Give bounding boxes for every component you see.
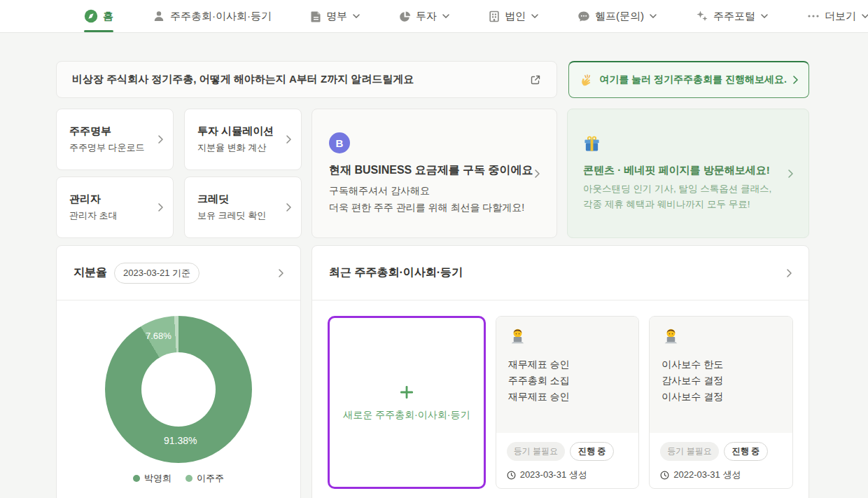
- pie-chart-icon: [399, 11, 411, 22]
- chevron-right-icon: [286, 203, 291, 212]
- announcement-text: 비상장 주식회사 정기주총, 어떻게 해야하는지 A부터 Z까지 알려드릴게요: [72, 73, 530, 86]
- equity-donut-chart: 7.68% 91.38%: [105, 316, 252, 463]
- nav-item-home[interactable]: 홈: [84, 0, 113, 32]
- annual-meeting-cta-banner[interactable]: 여기를 눌러 정기주주총회를 진행해보세요.: [568, 61, 809, 98]
- nav-label: 홈: [103, 10, 113, 23]
- created-date: 2023-03-31 생성: [520, 469, 587, 481]
- meeting-card-1[interactable]: 재무제표 승인 주주총회 소집 재무제표 승인 등기 불필요 진행 중: [496, 316, 640, 489]
- chevron-down-icon: [650, 14, 657, 18]
- external-link-icon: [530, 74, 541, 85]
- technologist-emoji-icon: [662, 327, 680, 346]
- meeting-card-2[interactable]: 이사보수 한도 감사보수 결정 이사보수 결정 등기 불필요 진행 중: [649, 316, 793, 489]
- new-meeting-label: 새로운 주주총회·이사회·등기: [343, 409, 470, 422]
- main-content: 비상장 주식회사 정기주총, 어떻게 해야하는지 A부터 Z까지 알려드릴게요 …: [56, 61, 809, 498]
- equity-ratio-header[interactable]: 지분율 2023-03-21 기준: [57, 246, 300, 300]
- document-icon: [311, 11, 321, 22]
- chevron-down-icon: [442, 14, 449, 18]
- donut-legend: 박영희 이주주: [57, 472, 300, 485]
- home-compass-icon: [84, 9, 98, 23]
- chevron-right-icon: [793, 76, 798, 84]
- nav-label: 주주총회·이사회·등기: [170, 10, 272, 23]
- meeting-card-bottom: 등기 불필요 진행 중 2023-03-31 생성: [496, 433, 639, 481]
- recent-meetings-header[interactable]: 최근 주주총회·이사회·등기: [312, 246, 808, 300]
- registration-badge: 등기 불필요: [660, 442, 718, 461]
- sparkles-icon: [696, 10, 708, 22]
- agenda-item: 감사보수 결정: [662, 373, 780, 389]
- chevron-down-icon: [353, 14, 360, 18]
- subscription-line1: 구독해주셔서 감사해요: [329, 184, 535, 198]
- meeting-card-top: 이사보수 한도 감사보수 결정 이사보수 결정: [650, 317, 792, 433]
- quick-card-title: 관리자: [69, 193, 158, 206]
- status-badge: 진행 중: [570, 442, 614, 461]
- nav-label: 헬프(문의): [595, 10, 644, 23]
- nav-label: 명부: [326, 10, 347, 23]
- agenda-item: 재무제표 승인: [508, 389, 627, 405]
- quick-card-admin[interactable]: 관리자 관리자 초대: [56, 177, 174, 238]
- chevron-down-icon: [531, 14, 538, 18]
- content-benefit-card[interactable]: 콘텐츠 · 베네핏 페이지를 방문해보세요! 아웃스탠딩 인기 기사, 탈잉 스…: [567, 109, 809, 238]
- agenda-item: 주주총회 소집: [508, 373, 627, 389]
- chat-bubble-icon: [578, 11, 590, 22]
- new-meeting-card[interactable]: 새로운 주주총회·이사회·등기: [328, 316, 486, 489]
- legend-dot: [186, 475, 192, 482]
- created-date: 2022-03-31 생성: [673, 469, 741, 481]
- legend-dot: [133, 475, 140, 482]
- benefit-line1: 아웃스탠딩 인기 기사, 탈잉 스톡옵션 클래스,: [583, 182, 788, 196]
- nav-label: 더보기: [825, 10, 856, 23]
- nav-item-invest[interactable]: 투자: [399, 0, 449, 32]
- chevron-right-icon: [279, 269, 284, 277]
- legend-item-leejuju: 이주주: [186, 472, 224, 485]
- chevron-right-icon: [286, 135, 291, 144]
- as-of-date-badge: 2023-03-21 기준: [114, 263, 200, 284]
- meeting-card-top: 재무제표 승인 주주총회 소집 재무제표 승인: [496, 317, 639, 433]
- nav-label: 법인: [505, 10, 526, 23]
- recent-meetings-panel: 최근 주주총회·이사회·등기 새로운 주주총회·이사회·등기: [312, 245, 809, 498]
- legend-item-parkyounghee: 박영희: [133, 472, 172, 485]
- nav-label: 투자: [416, 10, 437, 23]
- chevron-right-icon: [535, 170, 540, 178]
- quick-card-credits[interactable]: 크레딧 보유 크레딧 확인: [184, 177, 302, 238]
- subscription-title: 현재 BUSINESS 요금제를 구독 중이에요: [329, 163, 535, 178]
- quick-card-title: 주주명부: [69, 125, 158, 138]
- donut-label-minor: 7.68%: [146, 331, 172, 341]
- agenda-item: 이사보수 결정: [662, 389, 780, 405]
- nav-item-help[interactable]: 헬프(문의): [578, 0, 657, 32]
- subscription-plan-card[interactable]: B 현재 BUSINESS 요금제를 구독 중이에요 구독해주셔서 감사해요 더…: [312, 109, 557, 238]
- quick-card-investment-simulation[interactable]: 투자 시뮬레이션 지분율 변화 계산: [184, 109, 302, 170]
- quick-actions-grid: 주주명부 주주명부 다운로드 투자 시뮬레이션 지분율 변화 계산 관리자 관리…: [56, 109, 302, 238]
- chevron-down-icon: [862, 14, 868, 18]
- business-plan-badge: B: [329, 132, 350, 153]
- building-icon: [489, 11, 500, 22]
- quick-card-title: 투자 시뮬레이션: [197, 125, 286, 138]
- nav-item-meetings[interactable]: 주주총회·이사회·등기: [153, 0, 272, 32]
- clock-icon: [660, 471, 669, 480]
- recent-meetings-title: 최근 주주총회·이사회·등기: [329, 265, 463, 280]
- technologist-emoji-icon: [508, 327, 527, 346]
- quick-card-title: 크레딧: [197, 193, 286, 206]
- clapping-hands-icon: [580, 74, 593, 87]
- announcement-banner[interactable]: 비상장 주식회사 정기주총, 어떻게 해야하는지 A부터 Z까지 알려드릴게요: [56, 61, 557, 98]
- more-dots-icon: [807, 14, 820, 18]
- subscription-line2: 더욱 편한 주주 관리를 위해 최선을 다할게요!: [329, 200, 535, 214]
- legend-label: 박영희: [144, 472, 172, 485]
- agenda-item: 이사보수 한도: [662, 357, 780, 373]
- chevron-right-icon: [787, 269, 792, 277]
- plus-icon: [398, 384, 415, 401]
- benefit-title: 콘텐츠 · 베네핏 페이지를 방문해보세요!: [583, 164, 788, 177]
- quick-card-subtitle: 관리자 초대: [69, 209, 158, 222]
- quick-card-shareholder-list[interactable]: 주주명부 주주명부 다운로드: [56, 109, 174, 170]
- gift-icon: [583, 135, 601, 153]
- status-badge: 진행 중: [724, 442, 768, 461]
- legend-label: 이주주: [197, 472, 224, 485]
- chevron-right-icon: [788, 170, 793, 178]
- main-nav: 홈 주주총회·이사회·등기 명부 투자: [84, 0, 868, 32]
- equity-ratio-title: 지분율: [74, 265, 107, 280]
- nav-item-more[interactable]: 더보기: [807, 0, 868, 32]
- agenda-item: 재무제표 승인: [508, 357, 627, 373]
- nav-item-shareholder-portal[interactable]: 주주포털: [696, 0, 768, 32]
- clock-icon: [507, 471, 516, 480]
- quick-card-subtitle: 주주명부 다운로드: [69, 141, 158, 154]
- nav-item-register[interactable]: 명부: [311, 0, 360, 32]
- chevron-down-icon: [761, 14, 768, 18]
- nav-item-corporation[interactable]: 법인: [489, 0, 538, 32]
